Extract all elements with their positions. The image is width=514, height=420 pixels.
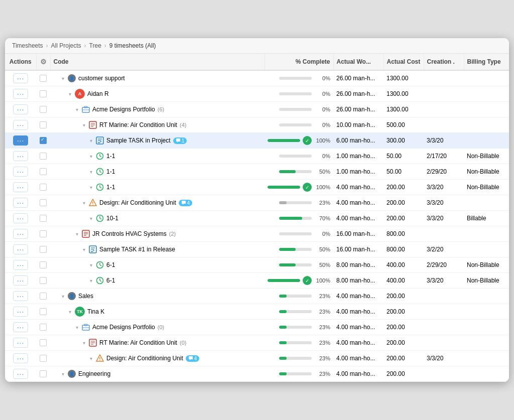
chevron-icon[interactable]: ▾: [60, 371, 65, 377]
row-checkbox[interactable]: [40, 137, 47, 144]
actual-cost-cell: 200.00: [383, 320, 424, 335]
chevron-icon[interactable]: ▾: [81, 340, 86, 346]
row-checkbox[interactable]: [40, 215, 47, 222]
design-icon: [89, 199, 97, 207]
breadcrumb-timesheets[interactable]: Timesheets: [12, 42, 43, 49]
table-row: ··· ▾ 👤 Engineering 23% 4.00 man-ho...: [5, 366, 509, 382]
progress-bar: [268, 186, 300, 189]
comment-badge: 1: [173, 137, 187, 144]
creation-cell: [424, 117, 464, 133]
chevron-icon[interactable]: ▾: [81, 247, 86, 252]
row-checkbox[interactable]: [40, 230, 47, 237]
progress-fill: [279, 248, 296, 251]
dots-button[interactable]: ···: [13, 120, 29, 130]
col-header-code[interactable]: Code: [50, 54, 265, 70]
chevron-icon[interactable]: ▾: [88, 262, 93, 268]
row-checkbox[interactable]: [40, 308, 47, 315]
dots-button[interactable]: ···: [13, 307, 29, 317]
task-icon: [96, 136, 104, 145]
dots-button[interactable]: ···: [13, 198, 29, 208]
dots-button[interactable]: ···: [13, 73, 29, 83]
actions-cell: ···: [5, 164, 36, 180]
row-checkbox[interactable]: [40, 121, 47, 128]
dots-button[interactable]: ···: [13, 353, 29, 363]
chevron-icon[interactable]: ▾: [74, 107, 79, 112]
row-checkbox[interactable]: [40, 339, 47, 346]
row-checkbox[interactable]: [40, 106, 47, 113]
dots-button[interactable]: ···: [13, 291, 29, 301]
actual-work-cell: 6.00 man-ho...: [333, 133, 383, 149]
task-icon: [89, 245, 97, 253]
actual-cost-cell: 1300.00: [383, 102, 424, 117]
dots-button[interactable]: ···: [13, 229, 29, 239]
breadcrumb-all-projects[interactable]: All Projects: [51, 42, 81, 49]
pct-cell: 23%: [265, 335, 333, 351]
row-checkbox[interactable]: [40, 277, 47, 284]
chevron-icon[interactable]: ▾: [88, 138, 93, 144]
col-header-actual-cost[interactable]: Actual Cost: [383, 54, 424, 70]
dots-button[interactable]: ···: [13, 260, 29, 270]
chevron-icon[interactable]: ▾: [88, 216, 93, 221]
chevron-icon[interactable]: ▾: [74, 325, 79, 330]
chevron-icon[interactable]: ▾: [81, 122, 86, 128]
row-checkbox[interactable]: [40, 199, 47, 206]
dots-button[interactable]: ···: [13, 104, 29, 114]
chevron-icon[interactable]: ▾: [60, 294, 65, 299]
table-row: ··· ▾ Sample TASK in Project 1 ✓ 100%: [5, 133, 509, 149]
chevron-icon[interactable]: ▾: [88, 185, 93, 190]
dots-button[interactable]: ···: [13, 151, 29, 161]
chevron-icon[interactable]: ▾: [81, 200, 86, 206]
creation-value: 3/3/20: [427, 215, 443, 222]
col-header-gear[interactable]: ⚙: [36, 54, 50, 70]
chevron-icon[interactable]: ▾: [88, 169, 93, 175]
row-checkbox[interactable]: [40, 184, 47, 191]
pct-label: 0%: [314, 231, 330, 237]
row-checkbox[interactable]: [40, 355, 47, 362]
row-checkbox[interactable]: [40, 90, 47, 97]
chevron-icon[interactable]: ▾: [88, 278, 93, 284]
dots-button[interactable]: ···: [13, 369, 29, 379]
breadcrumb-tree[interactable]: Tree: [89, 42, 101, 49]
progress-bar: [279, 341, 312, 344]
dots-button[interactable]: ···: [13, 135, 29, 146]
actual-work-cell: 4.00 man-ho...: [333, 289, 383, 304]
dots-button[interactable]: ···: [13, 89, 29, 99]
avatar: A: [75, 89, 85, 99]
chevron-icon[interactable]: ▾: [88, 356, 93, 361]
row-checkbox[interactable]: [40, 153, 47, 160]
col-header-pct[interactable]: % Complete: [265, 54, 333, 70]
svg-line-24: [100, 218, 101, 219]
code-cell: ▾ 👤 Engineering: [50, 366, 265, 382]
code-cell: ▾ 👤 Sales: [50, 289, 265, 304]
chevron-icon[interactable]: ▾: [67, 309, 72, 315]
chevron-icon[interactable]: ▾: [67, 91, 72, 97]
gear-icon[interactable]: ⚙: [40, 58, 47, 66]
dots-button[interactable]: ···: [13, 244, 29, 254]
col-header-billing[interactable]: Billing Type: [464, 54, 509, 70]
dots-button[interactable]: ···: [13, 167, 29, 177]
complete-check-icon: ✓: [303, 136, 312, 145]
dots-button[interactable]: ···: [13, 275, 29, 286]
chevron-icon[interactable]: ▾: [74, 231, 79, 237]
creation-cell: [424, 70, 464, 86]
pct-label: 0%: [314, 106, 330, 112]
col-header-actual-work[interactable]: Actual Wo...: [333, 54, 383, 70]
pct-cell: 0%: [265, 86, 333, 102]
row-checkbox[interactable]: [40, 261, 47, 268]
row-checkbox[interactable]: [40, 370, 47, 377]
row-checkbox[interactable]: [40, 246, 47, 253]
chevron-icon[interactable]: ▾: [60, 76, 65, 81]
actual-work-value: 10.00 man-h...: [336, 121, 375, 128]
row-checkbox[interactable]: [40, 324, 47, 331]
billing-header-label: Billing Type: [467, 58, 501, 65]
row-checkbox[interactable]: [40, 75, 47, 82]
progress-bar: [279, 310, 312, 313]
dots-button[interactable]: ···: [13, 213, 29, 223]
row-checkbox[interactable]: [40, 293, 47, 300]
dots-button[interactable]: ···: [13, 182, 29, 192]
col-header-creation[interactable]: Creation .: [424, 54, 464, 70]
row-checkbox[interactable]: [40, 168, 47, 175]
dots-button[interactable]: ···: [13, 338, 29, 348]
dots-button[interactable]: ···: [13, 322, 29, 332]
chevron-icon[interactable]: ▾: [88, 154, 93, 159]
